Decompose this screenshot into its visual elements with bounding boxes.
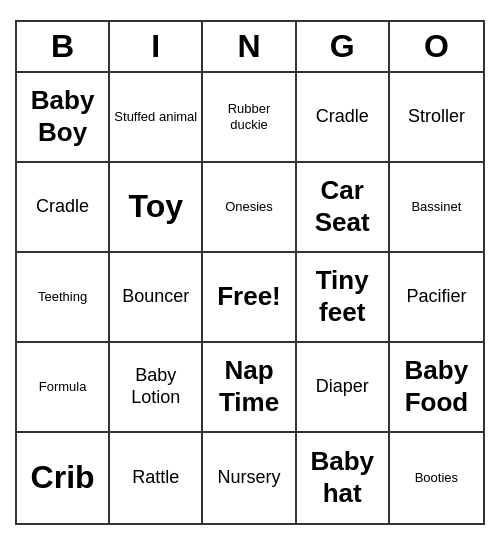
bingo-card: BINGO Baby BoyStuffed animalRubber ducki… (15, 20, 485, 525)
cell-text: Rattle (132, 467, 179, 489)
cell-text: Cradle (316, 106, 369, 128)
cell-text: Bassinet (411, 199, 461, 215)
bingo-cell: Baby Lotion (110, 343, 203, 433)
bingo-cell: Cradle (17, 163, 110, 253)
header-letter: N (203, 22, 296, 71)
bingo-cell: Diaper (297, 343, 390, 433)
cell-text: Baby hat (301, 446, 384, 508)
cell-text: Baby Lotion (114, 365, 197, 408)
cell-text: Cradle (36, 196, 89, 218)
cell-text: Booties (415, 470, 458, 486)
header-letter: G (297, 22, 390, 71)
bingo-header: BINGO (17, 22, 483, 73)
bingo-cell: Booties (390, 433, 483, 523)
bingo-cell: Baby Food (390, 343, 483, 433)
bingo-cell: Teething (17, 253, 110, 343)
cell-text: Free! (217, 281, 281, 312)
bingo-cell: Stuffed animal (110, 73, 203, 163)
bingo-cell: Stroller (390, 73, 483, 163)
bingo-cell: Bassinet (390, 163, 483, 253)
bingo-cell: Toy (110, 163, 203, 253)
cell-text: Baby Food (394, 355, 479, 417)
cell-text: Car Seat (301, 175, 384, 237)
header-letter: B (17, 22, 110, 71)
bingo-cell: Free! (203, 253, 296, 343)
cell-text: Tiny feet (301, 265, 384, 327)
cell-text: Onesies (225, 199, 273, 215)
cell-text: Diaper (316, 376, 369, 398)
bingo-cell: Pacifier (390, 253, 483, 343)
header-letter: I (110, 22, 203, 71)
bingo-grid: Baby BoyStuffed animalRubber duckieCradl… (17, 73, 483, 523)
bingo-cell: Crib (17, 433, 110, 523)
cell-text: Stuffed animal (114, 109, 197, 125)
cell-text: Toy (129, 187, 184, 225)
bingo-cell: Baby Boy (17, 73, 110, 163)
bingo-cell: Baby hat (297, 433, 390, 523)
bingo-cell: Rattle (110, 433, 203, 523)
cell-text: Bouncer (122, 286, 189, 308)
bingo-cell: Bouncer (110, 253, 203, 343)
cell-text: Teething (38, 289, 87, 305)
header-letter: O (390, 22, 483, 71)
bingo-cell: Car Seat (297, 163, 390, 253)
bingo-cell: Onesies (203, 163, 296, 253)
cell-text: Nap Time (207, 355, 290, 417)
cell-text: Crib (31, 458, 95, 496)
cell-text: Pacifier (406, 286, 466, 308)
cell-text: Formula (39, 379, 87, 395)
bingo-cell: Cradle (297, 73, 390, 163)
cell-text: Baby Boy (21, 85, 104, 147)
bingo-cell: Formula (17, 343, 110, 433)
bingo-cell: Nursery (203, 433, 296, 523)
bingo-cell: Nap Time (203, 343, 296, 433)
cell-text: Nursery (217, 467, 280, 489)
cell-text: Stroller (408, 106, 465, 128)
bingo-cell: Rubber duckie (203, 73, 296, 163)
bingo-cell: Tiny feet (297, 253, 390, 343)
cell-text: Rubber duckie (207, 101, 290, 132)
